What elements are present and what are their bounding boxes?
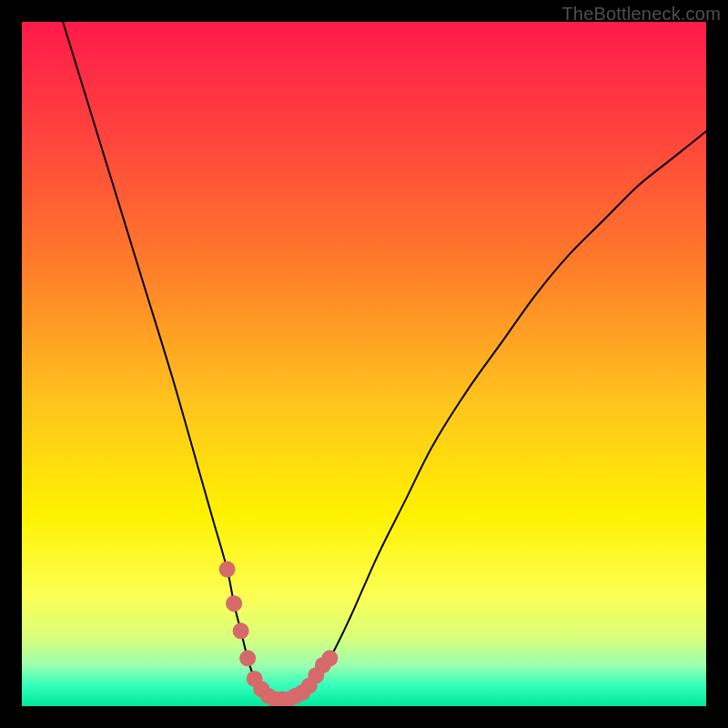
marker-dot	[226, 595, 242, 612]
watermark-text: TheBottleneck.com	[561, 4, 721, 25]
chart-frame	[22, 22, 706, 706]
gradient-background	[22, 22, 706, 706]
marker-dot	[219, 561, 236, 578]
marker-dot	[239, 650, 256, 666]
bottleneck-curve-chart	[22, 22, 706, 706]
marker-dot	[233, 622, 249, 639]
marker-dot	[321, 650, 338, 666]
